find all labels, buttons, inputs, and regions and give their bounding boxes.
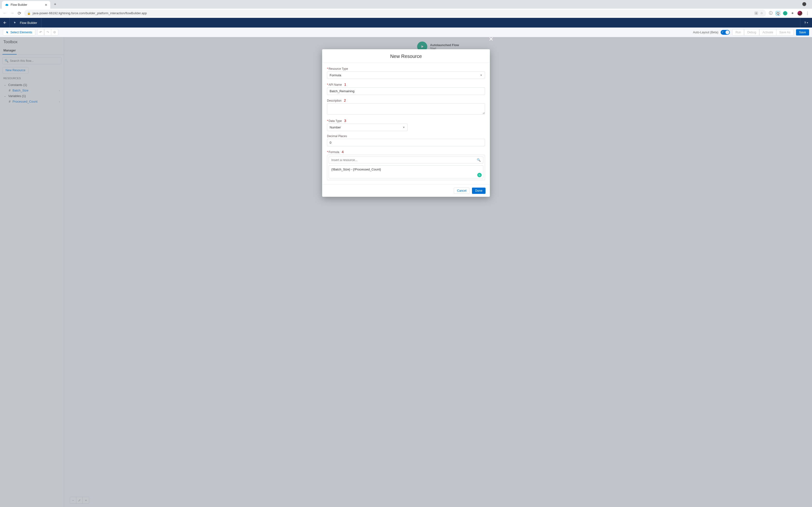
lock-icon: 🔒 bbox=[27, 12, 31, 15]
chevron-down-icon: ▾ bbox=[807, 21, 808, 24]
app-header: Flow Builder ? ▾ bbox=[0, 18, 812, 27]
save-as-button: Save As bbox=[776, 29, 794, 36]
grammarly-extension-icon[interactable]: G bbox=[783, 11, 788, 15]
formula-value: {!Batch_Size} - {!Processed_Count} bbox=[331, 168, 381, 171]
check-icon: ✓ bbox=[722, 31, 724, 34]
chevron-down-icon: ▼ bbox=[480, 74, 483, 76]
arrow-left-icon bbox=[3, 21, 7, 24]
grammarly-badge-icon[interactable]: G bbox=[477, 173, 481, 177]
nav-reload-icon[interactable]: ⟳ bbox=[17, 11, 22, 16]
omnibox-url: java-power-66192.lightning.force.com/bui… bbox=[33, 11, 147, 15]
description-textarea[interactable] bbox=[327, 103, 485, 114]
autolayout-toggle[interactable]: ✓ bbox=[721, 30, 730, 35]
help-menu[interactable]: ? ▾ bbox=[800, 18, 812, 27]
browser-tab-title: Flow Builder bbox=[11, 3, 27, 6]
cancel-button[interactable]: Cancel bbox=[454, 187, 469, 194]
app-title-cell: Flow Builder bbox=[10, 18, 41, 27]
nav-forward-icon: → bbox=[10, 11, 14, 16]
gear-icon: ⚙ bbox=[53, 31, 56, 34]
close-icon: ✕ bbox=[489, 36, 494, 42]
new-resource-modal: New Resource *Resource Type Formula ▼ *A… bbox=[322, 49, 490, 197]
redo-button: ↷ bbox=[44, 29, 51, 36]
undo-button[interactable]: ↶ bbox=[37, 29, 44, 36]
extensions-puzzle-icon[interactable]: ✦ bbox=[790, 11, 795, 15]
autolayout-label: Auto-Layout (Beta) bbox=[693, 31, 718, 34]
app-title: Flow Builder bbox=[20, 21, 37, 24]
undo-icon: ↶ bbox=[39, 31, 42, 34]
formula-resource-search[interactable]: 🔍 bbox=[329, 157, 483, 163]
annotation-2: 2 bbox=[344, 98, 346, 102]
modal-title: New Resource bbox=[322, 49, 490, 63]
browser-tab[interactable]: Flow Builder ✕ bbox=[2, 1, 50, 9]
settings-gear-button: ⚙ bbox=[51, 29, 58, 36]
tab-close-icon[interactable]: ✕ bbox=[45, 3, 47, 7]
app-back-button[interactable] bbox=[0, 18, 10, 27]
resource-type-value: Formula bbox=[329, 73, 341, 77]
bookmark-star-icon[interactable]: ☆ bbox=[760, 11, 763, 15]
cursor-icon bbox=[6, 31, 9, 34]
resource-type-select[interactable]: Formula ▼ bbox=[327, 71, 485, 79]
omnibox[interactable]: 🔒 java-power-66192.lightning.force.com/b… bbox=[24, 10, 766, 17]
browser-tabstrip: Flow Builder ✕ ＋ bbox=[0, 0, 812, 9]
label-formula: Formula bbox=[329, 151, 339, 154]
modal-scrim: ✕ New Resource *Resource Type Formula ▼ … bbox=[0, 37, 812, 507]
browser-menu-icon[interactable]: ⋮ bbox=[805, 11, 810, 15]
nav-back-icon[interactable]: ← bbox=[2, 11, 7, 16]
help-icon: ? bbox=[804, 21, 806, 24]
select-elements-button[interactable]: Select Elements bbox=[3, 29, 35, 36]
formula-textarea[interactable]: {!Batch_Size} - {!Processed_Count} G bbox=[329, 165, 483, 178]
run-button: Run bbox=[732, 29, 744, 36]
salesforce-favicon-icon bbox=[5, 3, 9, 7]
formula-box: 🔍 {!Batch_Size} - {!Processed_Count} G bbox=[327, 155, 485, 180]
label-data-type: Data Type bbox=[329, 119, 342, 123]
extension-q-icon[interactable]: Q bbox=[776, 11, 780, 15]
modal-close-button[interactable]: ✕ bbox=[489, 36, 494, 43]
done-button[interactable]: Done bbox=[472, 187, 486, 194]
select-elements-label: Select Elements bbox=[10, 31, 32, 34]
window-dropdown-icon bbox=[802, 2, 806, 6]
annotation-4: 4 bbox=[342, 150, 344, 154]
data-type-value: Number bbox=[329, 125, 341, 129]
debug-button: Debug bbox=[744, 29, 759, 36]
formula-resource-input[interactable] bbox=[331, 158, 475, 162]
activate-button: Activate bbox=[759, 29, 776, 36]
label-api-name: API Name bbox=[329, 83, 342, 87]
annotation-3: 3 bbox=[344, 119, 346, 123]
browser-address-bar: ← → ⟳ 🔒 java-power-66192.lightning.force… bbox=[0, 9, 812, 18]
data-type-select[interactable]: Number ▼ bbox=[327, 124, 408, 131]
redo-icon: ↷ bbox=[46, 31, 49, 34]
browser-window-menu[interactable] bbox=[799, 0, 810, 9]
label-description: Description bbox=[327, 99, 342, 102]
save-button[interactable]: Save bbox=[796, 29, 809, 36]
new-tab-button[interactable]: ＋ bbox=[50, 0, 60, 9]
translate-icon[interactable]: ⊞ bbox=[755, 12, 758, 15]
app-toolbar: Select Elements ↶ ↷ ⚙ Auto-Layout (Beta)… bbox=[0, 27, 812, 37]
search-icon: 🔍 bbox=[477, 158, 481, 162]
chevron-down-icon: ▼ bbox=[403, 126, 405, 129]
profile-avatar-icon[interactable] bbox=[798, 11, 802, 16]
label-decimal-places: Decimal Places bbox=[327, 134, 347, 138]
info-icon[interactable]: ⓘ bbox=[768, 11, 773, 15]
annotation-1: 1 bbox=[344, 82, 346, 87]
flow-icon bbox=[13, 21, 17, 24]
api-name-input[interactable] bbox=[327, 88, 485, 95]
decimal-places-input[interactable] bbox=[327, 139, 485, 146]
label-resource-type: Resource Type bbox=[329, 67, 348, 70]
